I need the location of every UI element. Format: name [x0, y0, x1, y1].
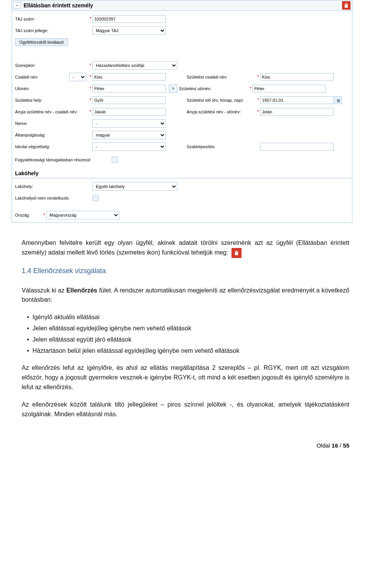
list-item: Jelen ellátással együtt járó ellátások: [32, 335, 349, 345]
szulido-input[interactable]: [260, 96, 334, 104]
subsection-body-lakohely: Lakóhely: Egyéb lakóhely Lakóhellyel nem…: [12, 178, 352, 222]
szulhely-input[interactable]: [92, 96, 166, 104]
csaladi-prefix-select[interactable]: -: [69, 73, 86, 81]
page-footer: Oldal 16 / 55: [0, 438, 371, 456]
label-anyacsaladi: Anyja születési név - családi név:: [15, 109, 88, 114]
intro-text: Amennyiben felvitelre került egy olyan ü…: [22, 239, 349, 256]
copy-name-button[interactable]: >: [169, 84, 177, 93]
list-item: Igénylő aktuális ellátásai: [32, 313, 349, 322]
label-szakkep: Szakképesítés:: [187, 144, 256, 149]
anyacsaladi-input[interactable]: [92, 108, 166, 116]
section-body: TAJ szám: * TAJ szám jellege: Magyar TAJ…: [12, 11, 352, 167]
collapse-button[interactable]: -: [14, 2, 20, 9]
label-taj: TAJ szám:: [15, 17, 88, 21]
label-fogyat: Fogyatékossági támogatásban részesül:: [15, 157, 112, 162]
label-neme: Neme:: [15, 121, 88, 126]
list-item: Jelen ellátással egyidejűleg igénybe nem…: [32, 324, 349, 333]
label-lakohely: Lakóhely:: [15, 184, 88, 189]
required-mark: *: [42, 212, 46, 218]
allampolg-select[interactable]: magyar: [92, 131, 166, 139]
inline-trash-icon: [231, 248, 242, 258]
szulcsaladi-input[interactable]: [260, 73, 334, 81]
delete-person-button[interactable]: [342, 1, 351, 10]
label-tajjelleg: TAJ szám jellege:: [15, 28, 88, 33]
required-mark: *: [248, 86, 252, 91]
list-item: Háztartáson belül jelen ellátással egyid…: [32, 346, 349, 356]
csaladi-input[interactable]: [92, 73, 166, 81]
label-szuluto: Születési utónév:: [179, 86, 248, 91]
iskola-select[interactable]: -: [92, 142, 166, 151]
calendar-icon[interactable]: ▦: [334, 96, 342, 104]
szuluto-input[interactable]: [252, 85, 326, 92]
tajjelleg-select[interactable]: Magyar TAJ: [92, 26, 166, 35]
paragraph-3: Az ellenőrzés lefut az igénylőre, és aho…: [22, 363, 349, 392]
label-szulido: Születési idő (év, hónap, nap):: [187, 98, 256, 103]
check-results-list: Igénylő aktuális ellátásai Jelen ellátás…: [32, 313, 349, 356]
utonev-input[interactable]: [92, 85, 166, 92]
required-mark: *: [256, 109, 260, 115]
required-mark: *: [88, 97, 92, 103]
label-csaladi: Családi név:: [15, 75, 69, 79]
lakohely-select[interactable]: Egyéb lakóhely: [92, 182, 177, 191]
label-lakohely-nem: Lakóhellyel nem rendelkezik:: [15, 196, 88, 200]
orszag-select[interactable]: Magyarország: [46, 211, 119, 219]
required-mark: *: [88, 16, 92, 22]
required-mark: *: [88, 109, 92, 115]
label-utonev: Utónév:: [15, 86, 88, 91]
label-allampolg: Állampolgárság:: [15, 133, 88, 137]
trash-icon: [344, 3, 349, 8]
taj-input[interactable]: [92, 15, 166, 23]
label-iskola: Iskolai végzettség:: [15, 144, 88, 149]
label-anyauto: Anyja születési név - utónév:: [187, 109, 256, 114]
paragraph-intro: Amennyiben felvitelre került egy olyan ü…: [22, 238, 349, 258]
anyauto-input[interactable]: [260, 108, 334, 116]
required-mark: *: [88, 86, 92, 91]
label-orszag: Ország:: [15, 213, 42, 217]
subsection-title-lakohely: Lakóhely: [12, 167, 352, 178]
required-mark: *: [256, 97, 260, 103]
section-header-person: - Ellátásban érintett személy: [12, 0, 352, 11]
required-mark: *: [88, 63, 92, 68]
heading-1-4: 1.4 Ellenőrzések vizsgálata: [22, 266, 349, 277]
form-panel: - Ellátásban érintett személy TAJ szám: …: [12, 0, 352, 223]
section-title: Ellátásban érintett személy: [24, 2, 93, 9]
label-szerepkor: Szerepkör:: [15, 63, 88, 68]
lakohely-nem-checkbox[interactable]: [92, 195, 99, 201]
fogyat-checkbox[interactable]: [112, 157, 118, 163]
document-body: Amennyiben felvitelre került egy olyan ü…: [0, 223, 371, 438]
label-szulhely: Születési hely:: [15, 98, 88, 103]
label-szulcsaladi: Születési családi név:: [187, 75, 256, 79]
neme-select[interactable]: -: [92, 119, 166, 128]
paragraph-2: Válasszuk ki az Ellenőrzés fület. A rend…: [22, 286, 349, 305]
select-from-client-db-button[interactable]: Ügyféltörzsből kiválaszt: [15, 38, 68, 46]
required-mark: *: [256, 74, 260, 80]
szakkep-input[interactable]: [260, 143, 334, 150]
required-mark: *: [88, 74, 92, 80]
paragraph-4: Az ellenőrzések között találunk tiltó je…: [22, 400, 349, 419]
szerepkor-select[interactable]: Házastárs/élettárs szülője: [92, 61, 177, 70]
